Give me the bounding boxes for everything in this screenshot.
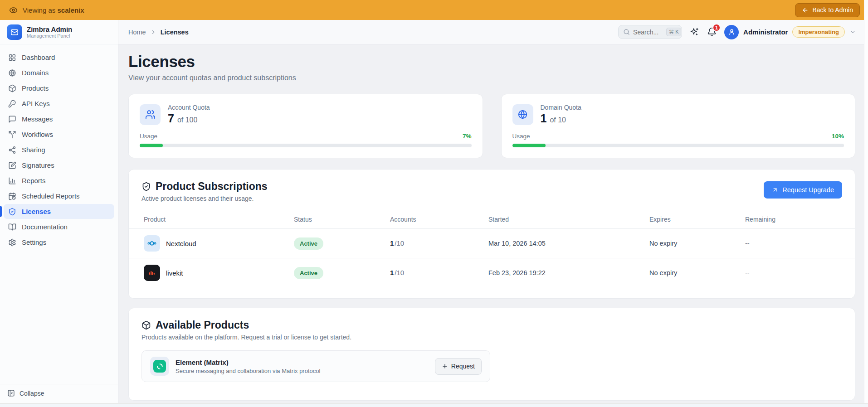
viewing-as-text: Viewing as scalenix (23, 6, 84, 14)
key-icon (8, 100, 16, 108)
search-shortcut-kbd: ⌘ K (666, 28, 681, 36)
package-icon (141, 320, 151, 330)
product-subscriptions-panel: Product Subscriptions Active product lic… (128, 169, 855, 299)
sidebar-item-label: Domains (22, 69, 49, 77)
section-subtitle: Active product licenses and their usage. (141, 195, 268, 202)
available-product-card: Element (Matrix) Secure messaging and co… (141, 350, 490, 382)
breadcrumb-current: Licenses (161, 29, 189, 36)
sidebar-item-label: Products (22, 84, 49, 92)
back-to-admin-button[interactable]: Back to Admin (795, 3, 860, 17)
user-name: Administrator (743, 28, 788, 36)
sidebar-item-label: API Keys (22, 100, 50, 107)
sidebar-item-dashboard[interactable]: Dashboard (4, 50, 114, 65)
notifications-button[interactable]: 1 (707, 27, 717, 37)
status-badge: Active (294, 237, 323, 250)
available-product-name: Element (Matrix) (176, 359, 320, 366)
remaining-cell: -- (745, 269, 855, 276)
dashboard-grid-icon (8, 53, 16, 62)
globe-icon (8, 69, 16, 77)
section-title: Product Subscriptions (156, 180, 268, 193)
sidebar-item-products[interactable]: Products (4, 81, 114, 96)
impersonated-user: scalenix (57, 6, 84, 14)
sidebar-item-label: Dashboard (22, 53, 55, 61)
column-header-expires: Expires (649, 216, 745, 223)
sidebar-item-domains[interactable]: Domains (4, 65, 114, 80)
remaining-cell: -- (745, 240, 855, 247)
plus-icon (442, 363, 448, 369)
element-logo (150, 357, 169, 376)
signature-pen-icon (8, 161, 16, 170)
sidebar-item-label: Sharing (22, 146, 45, 154)
sidebar-item-messages[interactable]: Messages (4, 111, 114, 126)
account-quota-card: Account Quota 7of 100 Usage 7% (128, 94, 483, 158)
sidebar-item-documentation[interactable]: Documentation (4, 219, 114, 234)
sidebar-item-label: Licenses (22, 208, 51, 215)
sidebar-item-licenses[interactable]: Licenses (4, 204, 114, 219)
user-icon (728, 28, 736, 36)
usage-progress-fill (512, 144, 546, 147)
vertical-scrollbar[interactable] (864, 0, 868, 403)
started-cell: Feb 23, 2026 19:22 (488, 269, 649, 276)
sidebar: Zimbra Admin Management Panel Dashboard … (0, 20, 118, 403)
sparkles-button[interactable] (690, 27, 699, 37)
quota-value: 7of 100 (168, 112, 210, 125)
domain-quota-card: Domain Quota 1of 10 Usage 10% (501, 94, 856, 158)
sidebar-item-api-keys[interactable]: API Keys (4, 96, 114, 111)
breadcrumb: Home Licenses (128, 29, 189, 36)
nextcloud-logo (144, 235, 160, 252)
chat-bubble-icon (8, 115, 16, 123)
impersonating-badge: Impersonating (792, 26, 845, 38)
sparkles-icon (690, 27, 699, 37)
sidebar-item-scheduled-reports[interactable]: Scheduled Reports (4, 189, 114, 204)
calendar-clock-icon (8, 192, 16, 200)
product-name: Nextcloud (166, 240, 196, 247)
table-row[interactable]: livekit Active 1/10 Feb 23, 2026 19:22 N… (129, 258, 855, 287)
table-row[interactable]: Nextcloud Active 1/10 Mar 10, 2026 14:05… (129, 228, 855, 258)
sidebar-item-label: Scheduled Reports (22, 192, 80, 200)
user-menu[interactable]: Administrator Impersonating (724, 25, 856, 39)
app-logo-row: Zimbra Admin Management Panel (0, 20, 118, 44)
quota-cards: Account Quota 7of 100 Usage 7% (128, 94, 855, 158)
column-header-remaining: Remaining (745, 216, 855, 223)
usage-progress-fill (140, 144, 163, 147)
expires-cell: No expiry (649, 240, 745, 247)
usage-progress-track (140, 144, 472, 147)
viewing-as-group: Viewing as scalenix (9, 6, 84, 15)
sidebar-item-reports[interactable]: Reports (4, 173, 114, 188)
globe-icon (512, 104, 533, 125)
impersonation-banner: Viewing as scalenix Back to Admin (0, 0, 868, 20)
section-subtitle: Products available on the platform. Requ… (141, 334, 842, 341)
request-product-button[interactable]: Request (435, 358, 482, 375)
available-product-description: Secure messaging and collaboration via M… (176, 368, 320, 374)
page-subtitle: View your account quotas and product sub… (128, 74, 855, 82)
quota-label: Account Quota (168, 104, 210, 111)
sidebar-collapse-button[interactable]: Collapse (0, 384, 118, 403)
envelope-icon (10, 28, 19, 36)
column-header-product: Product (129, 216, 294, 223)
share-nodes-icon (8, 146, 16, 154)
sidebar-item-sharing[interactable]: Sharing (4, 142, 114, 157)
section-title: Available Products (156, 319, 249, 331)
started-cell: Mar 10, 2026 14:05 (488, 240, 649, 247)
sidebar-item-label: Signatures (22, 161, 54, 169)
sidebar-item-workflows[interactable]: Workflows (4, 127, 114, 142)
livekit-logo (144, 265, 160, 281)
table-header-row: Product Status Accounts Started Expires … (129, 210, 855, 228)
usage-label: Usage (140, 133, 157, 140)
workflow-split-icon (8, 131, 16, 139)
product-name: livekit (166, 269, 183, 277)
sidebar-item-settings[interactable]: Settings (4, 235, 114, 250)
accounts-cell: 1/10 (390, 269, 488, 277)
sidebar-item-label: Messages (22, 115, 53, 123)
breadcrumb-home-link[interactable]: Home (128, 29, 146, 36)
sidebar-item-signatures[interactable]: Signatures (4, 158, 114, 173)
search-box[interactable]: ⌘ K (618, 25, 682, 39)
usage-progress-track (512, 144, 844, 147)
gear-icon (8, 238, 16, 247)
book-open-icon (8, 223, 16, 231)
horizontal-scrollbar[interactable] (0, 403, 868, 407)
sidebar-item-label: Settings (22, 238, 46, 246)
request-upgrade-button[interactable]: Request Upgrade (764, 181, 842, 199)
bar-chart-icon (8, 177, 16, 185)
search-input[interactable] (633, 29, 663, 36)
